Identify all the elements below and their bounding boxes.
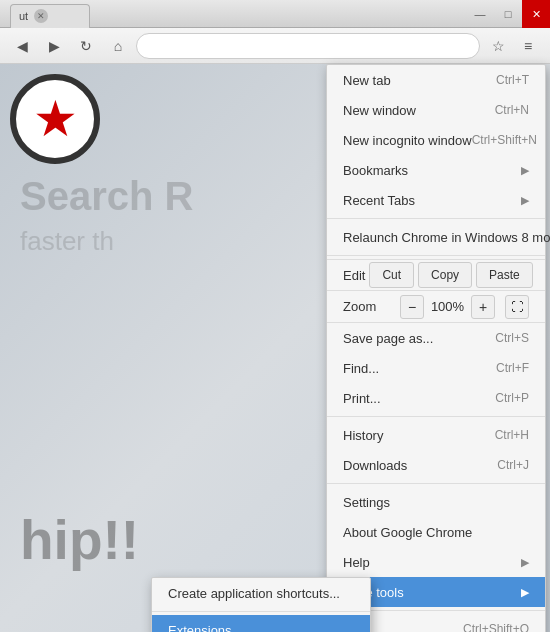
ship-text: hip!!	[20, 508, 139, 572]
browser-toolbar: ◀ ▶ ↻ ⌂ ☆ ≡	[0, 28, 550, 64]
menu-item-settings[interactable]: Settings	[327, 487, 545, 517]
tab-close-button[interactable]: ✕	[34, 9, 48, 23]
menu-item-new-window[interactable]: New window Ctrl+N	[327, 95, 545, 125]
faster-text: faster th	[20, 226, 114, 257]
separator-1	[327, 218, 545, 219]
zoom-controls: − 100% + ⛶	[400, 295, 529, 319]
cut-button[interactable]: Cut	[369, 262, 414, 288]
separator-2	[327, 255, 545, 256]
fullscreen-icon: ⛶	[511, 300, 523, 314]
menu-item-relaunch[interactable]: Relaunch Chrome in Windows 8 mode	[327, 222, 545, 252]
window-controls: — □ ✕	[466, 0, 550, 28]
menu-item-recent-tabs[interactable]: Recent Tabs ▶	[327, 185, 545, 215]
title-bar: ut ✕ — □ ✕	[0, 0, 550, 28]
star-button[interactable]: ☆	[484, 32, 512, 60]
paste-button[interactable]: Paste	[476, 262, 533, 288]
menu-item-help[interactable]: Help ▶	[327, 547, 545, 577]
submenu-item-extensions[interactable]: Extensions	[152, 615, 370, 632]
sub-separator-1	[152, 611, 370, 612]
zoom-minus-button[interactable]: −	[400, 295, 424, 319]
more-tools-submenu: Create application shortcuts... Extensio…	[151, 577, 371, 632]
menu-item-print[interactable]: Print... Ctrl+P	[327, 383, 545, 413]
close-button[interactable]: ✕	[522, 0, 550, 28]
menu-item-new-tab[interactable]: New tab Ctrl+T	[327, 65, 545, 95]
menu-item-about[interactable]: About Google Chrome	[327, 517, 545, 547]
menu-item-bookmarks[interactable]: Bookmarks ▶	[327, 155, 545, 185]
forward-button[interactable]: ▶	[40, 32, 68, 60]
copy-button[interactable]: Copy	[418, 262, 472, 288]
maximize-button[interactable]: □	[494, 0, 522, 28]
menu-button[interactable]: ≡	[514, 32, 542, 60]
address-bar[interactable]	[136, 33, 480, 59]
menu-item-history[interactable]: History Ctrl+H	[327, 420, 545, 450]
menu-item-downloads[interactable]: Downloads Ctrl+J	[327, 450, 545, 480]
logo-circle: ★	[10, 74, 100, 164]
zoom-value: 100%	[430, 299, 465, 314]
separator-3	[327, 416, 545, 417]
home-button[interactable]: ⌂	[104, 32, 132, 60]
submenu-item-create-shortcuts[interactable]: Create application shortcuts...	[152, 578, 370, 608]
edit-label: Edit	[343, 268, 365, 283]
menu-item-new-incognito[interactable]: New incognito window Ctrl+Shift+N	[327, 125, 545, 155]
star-icon: ★	[33, 94, 78, 144]
menu-item-more-tools[interactable]: More tools ▶ Create application shortcut…	[327, 577, 545, 607]
menu-item-find[interactable]: Find... Ctrl+F	[327, 353, 545, 383]
separator-4	[327, 483, 545, 484]
chrome-menu: New tab Ctrl+T New window Ctrl+N New inc…	[326, 64, 546, 632]
zoom-plus-button[interactable]: +	[471, 295, 495, 319]
browser-window: ut ✕ — □ ✕ ◀ ▶ ↻ ⌂ ☆ ≡ ★ HOME/DO Search …	[0, 0, 550, 632]
edit-row: Edit Cut Copy Paste	[327, 259, 545, 291]
minimize-button[interactable]: —	[466, 0, 494, 28]
browser-tab[interactable]: ut ✕	[10, 4, 90, 28]
tab-title: ut	[19, 10, 28, 22]
toolbar-right: ☆ ≡	[484, 32, 542, 60]
zoom-label: Zoom	[343, 299, 400, 314]
fullscreen-button[interactable]: ⛶	[505, 295, 529, 319]
zoom-row: Zoom − 100% + ⛶	[327, 291, 545, 323]
tab-strip: ut ✕	[6, 0, 90, 28]
search-r-text: Search R	[20, 174, 193, 219]
back-button[interactable]: ◀	[8, 32, 36, 60]
reload-button[interactable]: ↻	[72, 32, 100, 60]
menu-item-save[interactable]: Save page as... Ctrl+S	[327, 323, 545, 353]
